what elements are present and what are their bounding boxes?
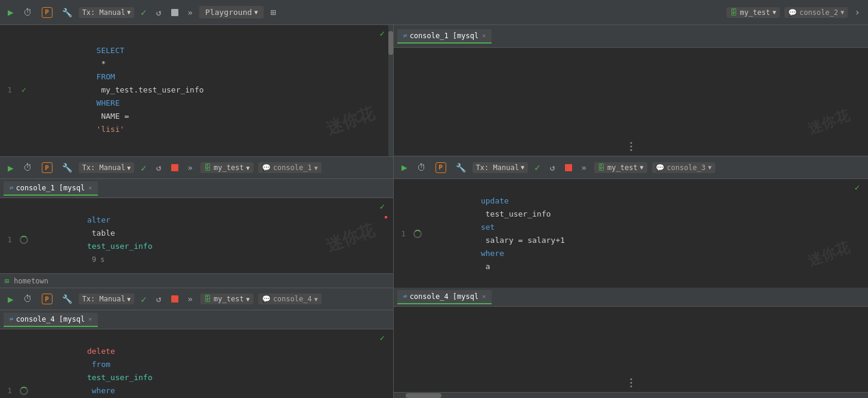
tx-manual-selector[interactable]: Tx: Manual ▼: [79, 7, 134, 18]
stop-button[interactable]: [168, 7, 181, 18]
rt-console-icon: 💬: [656, 163, 665, 172]
blb-play-btn[interactable]: ▶: [5, 292, 17, 307]
top-line1-code[interactable]: SELECT * FROM my_test.test_user_info WHE…: [31, 31, 393, 149]
blt-console-icon: 💬: [262, 163, 271, 172]
column-name: NAME =: [97, 112, 134, 121]
top-toolbar: ▶ ⏱ P 🔧 Tx: Manual ▼ ✓ ↺ » Playground ▼ …: [0, 0, 868, 25]
blt-p-btn[interactable]: P: [39, 161, 55, 175]
top-code-area: 1 ✓ SELECT * FROM my_test.test_user_info…: [0, 29, 393, 153]
blb-tx-selector[interactable]: Tx: Manual ▼: [79, 294, 134, 304]
grid-button[interactable]: ⊞: [267, 5, 279, 20]
rt-p-btn[interactable]: P: [433, 161, 449, 175]
right-bottom-menu-dots[interactable]: [630, 378, 632, 387]
right-c1-close[interactable]: ✕: [482, 32, 486, 39]
blt-db-selector[interactable]: 🗄 my_test ▼: [200, 162, 254, 173]
top-console-selector[interactable]: 💬 console_2 ▼: [784, 7, 848, 18]
rt-check-btn[interactable]: ✓: [532, 160, 543, 175]
blb-console-chevron: ▼: [314, 296, 318, 303]
right-top-content[interactable]: 迷你花: [394, 48, 868, 156]
blb-editor[interactable]: 1 delete from test_user_info where id = …: [0, 329, 393, 398]
tx-manual-label: Tx: Manual: [82, 8, 125, 17]
blt-wrench-btn[interactable]: 🔧: [59, 161, 75, 174]
blb-wrench-btn[interactable]: 🔧: [59, 292, 75, 306]
right-top-menu-dots[interactable]: [630, 142, 632, 151]
right-console1-tab[interactable]: ⇌ console_1 [mysql ✕: [397, 29, 492, 44]
blt-tab-label: console_1 [mysql: [16, 184, 85, 192]
blt-more-btn[interactable]: »: [185, 161, 196, 174]
rt-db-selector[interactable]: 🗄 my_test ▼: [594, 162, 647, 173]
star-symbol: *: [97, 59, 110, 68]
rt-stop-btn[interactable]: [562, 162, 575, 173]
blb-check-btn[interactable]: ✓: [138, 292, 150, 307]
rt-tx-selector[interactable]: Tx: Manual ▼: [472, 162, 528, 173]
blb-db-selector[interactable]: 🗄 my_test ▼: [200, 294, 254, 304]
blb-clock-icon: ⏱: [23, 294, 32, 304]
tx-chevron-icon: ▼: [127, 9, 131, 16]
blb-p-btn[interactable]: P: [39, 292, 55, 306]
more-button[interactable]: »: [185, 6, 196, 19]
blb-right-check-icon: ✓: [380, 333, 385, 343]
blt-bottom-bar: ⊞ hometown: [0, 273, 393, 288]
rt-wrench-btn[interactable]: 🔧: [453, 161, 469, 174]
right-h-scrollbar[interactable]: [394, 392, 868, 398]
blb-stop-btn[interactable]: [168, 294, 181, 304]
rt-play-btn[interactable]: ▶: [399, 160, 410, 175]
top-right-arrow[interactable]: ›: [851, 7, 863, 18]
rt-clock-btn[interactable]: ⏱: [414, 161, 429, 175]
blt-editor[interactable]: 迷你花 1 alter table test_user_info 9 s: [0, 198, 393, 273]
blt-red-marker: [385, 216, 387, 218]
right-editor[interactable]: 迷你花 1 update test_user_info set salary =…: [394, 179, 868, 288]
blb-active-tab[interactable]: ⇌ console_4 [mysql ✕: [4, 313, 98, 327]
blb-console-selector[interactable]: 💬 console_4 ▼: [258, 294, 322, 304]
rt-console-selector[interactable]: 💬 console_3 ▼: [652, 162, 715, 173]
blb-tab-close[interactable]: ✕: [88, 316, 92, 322]
top-scrollbar[interactable]: [388, 25, 393, 156]
blt-l1-status: [17, 236, 31, 244]
blb-refresh-btn[interactable]: ↺: [153, 292, 165, 306]
right-top-section: ⇌ console_1 [mysql ✕ 迷你花: [394, 25, 868, 156]
top-scrollbar-thumb: [388, 31, 393, 55]
top-right-controls: 🗄 my_test ▼ 💬 console_2 ▼ ›: [725, 7, 863, 18]
wrench-button[interactable]: 🔧: [59, 6, 75, 19]
blt-active-tab[interactable]: ⇌ console_1 [mysql ✕: [4, 181, 98, 196]
right-c4-label: console_4 [mysql: [410, 292, 479, 301]
blt-check-btn[interactable]: ✓: [138, 161, 150, 175]
right-check: ✓: [855, 183, 860, 192]
clock-button[interactable]: ⏱: [20, 5, 35, 20]
blb-l1-code[interactable]: delete from test_user_info where id = 10…: [31, 332, 393, 398]
blt-stop-btn[interactable]: [168, 162, 181, 173]
p-button[interactable]: P: [39, 5, 55, 20]
blt-console-chevron: ▼: [314, 165, 318, 171]
right-console4-tab[interactable]: ⇌ console_4 [mysql ✕: [397, 290, 492, 304]
blb-more-btn[interactable]: »: [185, 292, 196, 306]
top-db-selector[interactable]: 🗄 my_test ▼: [727, 7, 780, 18]
blt-tab-close[interactable]: ✕: [88, 184, 92, 191]
right-l1-status: [410, 230, 425, 238]
right-c4-close[interactable]: ✕: [482, 293, 486, 300]
blt-refresh-btn[interactable]: ↺: [153, 161, 165, 175]
blt-play-btn[interactable]: ▶: [5, 161, 17, 175]
top-console-chevron-icon: ▼: [841, 9, 844, 16]
top-editor-content[interactable]: 迷你花 1 ✓ SELECT * FROM my_test.test_user_…: [0, 25, 393, 156]
playground-selector[interactable]: Playground ▼: [199, 6, 264, 18]
blt-tx-chevron: ▼: [127, 165, 131, 171]
rt-refresh-btn[interactable]: ↺: [547, 161, 558, 175]
blb-clock-btn[interactable]: ⏱: [20, 292, 35, 306]
rt-more-btn[interactable]: »: [579, 161, 589, 174]
blt-console-selector[interactable]: 💬 console_1 ▼: [258, 162, 322, 173]
right-top-tabs: ⇌ console_1 [mysql ✕: [394, 25, 868, 48]
blt-clock-icon: ⏱: [23, 162, 32, 173]
blt-l1-code[interactable]: alter table test_user_info 9 s: [31, 200, 393, 273]
blt-table-kw: table: [87, 229, 120, 237]
check-button[interactable]: ✓: [138, 5, 150, 20]
right-l1-code[interactable]: update test_user_info set salary = salar…: [425, 181, 868, 286]
right-bottom-content[interactable]: [394, 307, 868, 392]
play-button[interactable]: ▶: [5, 5, 17, 20]
stop-icon: [171, 9, 178, 16]
right-three-dots-icon: [630, 378, 632, 387]
blt-tx-selector[interactable]: console_1 Tx: Manual ▼: [79, 162, 134, 173]
blt-clock-btn[interactable]: ⏱: [20, 161, 35, 175]
top-console-icon: 💬: [788, 8, 797, 17]
right-l1-num: 1: [394, 227, 410, 240]
refresh-button[interactable]: ↺: [153, 5, 165, 20]
